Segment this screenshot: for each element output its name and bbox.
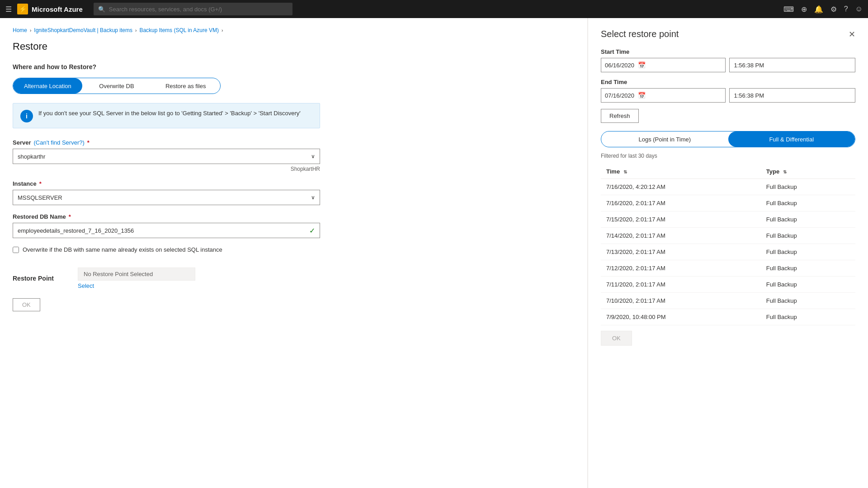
- table-row[interactable]: 7/10/2020, 2:01:17 AM Full Backup: [601, 293, 855, 309]
- row-time: 7/16/2020, 4:20:12 AM: [601, 179, 761, 195]
- end-calendar-icon[interactable]: 📅: [638, 92, 646, 99]
- end-time-field[interactable]: 1:56:38 PM: [729, 88, 856, 103]
- restore-mode-toggle[interactable]: Alternate Location Overwrite DB Restore …: [13, 78, 221, 94]
- section-heading: Where and how to Restore?: [13, 63, 575, 70]
- end-date-value: 07/16/2020: [605, 92, 634, 99]
- breadcrumb-sql[interactable]: Backup Items (SQL in Azure VM): [139, 27, 219, 33]
- instance-required: *: [39, 180, 42, 187]
- top-navigation: ☰ ⚡ Microsoft Azure 🔍 ⌨ ⊕ 🔔 ⚙ ? ☺: [0, 0, 868, 18]
- start-date-field[interactable]: 06/16/2020 📅: [601, 58, 726, 72]
- nav-icons: ⌨ ⊕ 🔔 ⚙ ? ☺: [783, 5, 863, 14]
- restore-point-container: No Restore Point Selected Select: [78, 267, 195, 289]
- server-select[interactable]: shopkarthr ∨: [13, 149, 320, 164]
- instance-label: Instance *: [13, 180, 320, 187]
- search-icon: 🔍: [98, 6, 105, 13]
- breadcrumb-home[interactable]: Home: [13, 27, 27, 33]
- restore-point-label: Restore Point: [13, 275, 67, 282]
- db-name-required: *: [69, 213, 71, 220]
- server-hint: ShopkartHR: [13, 166, 320, 172]
- breadcrumb-vault[interactable]: IgniteShopkartDemoVault | Backup items: [34, 27, 132, 33]
- server-required: *: [87, 139, 90, 146]
- filter-text: Filtered for last 30 days: [601, 153, 855, 159]
- panel-close-button[interactable]: ✕: [849, 30, 855, 38]
- db-name-field-group: Restored DB Name * employeedetails_resto…: [13, 213, 320, 238]
- sep-1: ›: [30, 28, 31, 33]
- page-wrapper: Home › IgniteShopkartDemoVault | Backup …: [0, 18, 868, 488]
- restore-type-tabs[interactable]: Logs (Point in Time) Full & Differential: [601, 131, 855, 147]
- time-sort-icon[interactable]: ⇅: [623, 169, 627, 174]
- row-time: 7/16/2020, 2:01:17 AM: [601, 195, 761, 211]
- start-time-value: 1:56:38 PM: [734, 62, 764, 69]
- row-time: 7/13/2020, 2:01:17 AM: [601, 244, 761, 260]
- end-time-row: End Time 07/16/2020 📅 1:56:38 PM: [601, 79, 855, 103]
- start-time-label: Start Time: [601, 48, 855, 55]
- search-bar[interactable]: 🔍: [94, 3, 292, 15]
- table-row[interactable]: 7/16/2020, 4:20:12 AM Full Backup: [601, 179, 855, 195]
- breadcrumb: Home › IgniteShopkartDemoVault | Backup …: [13, 27, 575, 33]
- table-row[interactable]: 7/16/2020, 2:01:17 AM Full Backup: [601, 195, 855, 211]
- help-icon[interactable]: ?: [844, 5, 848, 13]
- type-sort-icon[interactable]: ⇅: [783, 169, 787, 174]
- restore-select-link[interactable]: Select: [78, 282, 195, 289]
- terminal-icon[interactable]: ⌨: [783, 5, 794, 14]
- notifications-icon[interactable]: 🔔: [814, 5, 823, 14]
- search-input[interactable]: [109, 6, 288, 13]
- row-type: Full Backup: [761, 195, 855, 211]
- table-row[interactable]: 7/9/2020, 10:48:00 PM Full Backup: [601, 309, 855, 325]
- info-box: i If you don't see your SQL Server in th…: [13, 103, 320, 128]
- table-row[interactable]: 7/14/2020, 2:01:17 AM Full Backup: [601, 228, 855, 244]
- panel-ok-button[interactable]: OK: [601, 331, 632, 346]
- start-time-row: Start Time 06/16/2020 📅 1:56:38 PM: [601, 48, 855, 72]
- toggle-overwrite-db[interactable]: Overwrite DB: [82, 78, 151, 94]
- row-time: 7/15/2020, 2:01:17 AM: [601, 211, 761, 228]
- start-calendar-icon[interactable]: 📅: [638, 61, 646, 69]
- col-header-time[interactable]: Time ⇅: [601, 164, 761, 179]
- cant-find-server-link[interactable]: (Can't find Server?): [33, 139, 84, 146]
- row-time: 7/11/2020, 2:01:17 AM: [601, 277, 761, 293]
- toggle-restore-as-files[interactable]: Restore as files: [151, 78, 220, 94]
- row-type: Full Backup: [761, 211, 855, 228]
- end-time-label: End Time: [601, 79, 855, 85]
- settings-icon[interactable]: ⚙: [830, 5, 837, 14]
- sep-3: ›: [222, 28, 223, 33]
- account-icon[interactable]: ☺: [855, 5, 863, 13]
- table-row[interactable]: 7/15/2020, 2:01:17 AM Full Backup: [601, 211, 855, 228]
- info-icon: i: [20, 110, 33, 122]
- row-time: 7/12/2020, 2:01:17 AM: [601, 260, 761, 277]
- table-row[interactable]: 7/12/2020, 2:01:17 AM Full Backup: [601, 260, 855, 277]
- instance-field-group: Instance * MSSQLSERVER ∨: [13, 180, 320, 205]
- feedback-icon[interactable]: ⊕: [801, 5, 807, 14]
- hamburger-menu[interactable]: ☰: [5, 5, 12, 14]
- row-type: Full Backup: [761, 228, 855, 244]
- page-title: Restore: [13, 41, 575, 52]
- instance-value: MSSQLSERVER: [18, 194, 62, 201]
- toggle-alternate-location[interactable]: Alternate Location: [13, 78, 82, 94]
- row-type: Full Backup: [761, 277, 855, 293]
- panel-title: Select restore point: [601, 29, 679, 39]
- restore-point-value: No Restore Point Selected: [78, 267, 195, 281]
- restore-ok-button[interactable]: OK: [13, 298, 40, 311]
- end-time-value: 1:56:38 PM: [734, 92, 764, 99]
- row-type: Full Backup: [761, 260, 855, 277]
- end-date-field[interactable]: 07/16/2020 📅: [601, 88, 726, 103]
- server-field-group: Server (Can't find Server?) * shopkarthr…: [13, 139, 320, 172]
- start-date-value: 06/16/2020: [605, 62, 634, 69]
- tab-logs-point-in-time[interactable]: Logs (Point in Time): [601, 131, 728, 147]
- db-name-field[interactable]: employeedetails_restored_7_16_2020_1356 …: [13, 223, 320, 238]
- brand-logo: ⚡ Microsoft Azure: [17, 4, 83, 14]
- row-time: 7/14/2020, 2:01:17 AM: [601, 228, 761, 244]
- select-restore-point-panel: Select restore point ✕ Start Time 06/16/…: [588, 18, 868, 488]
- tab-full-differential[interactable]: Full & Differential: [728, 131, 855, 147]
- col-header-type[interactable]: Type ⇅: [761, 164, 855, 179]
- row-type: Full Backup: [761, 244, 855, 260]
- refresh-button[interactable]: Refresh: [601, 109, 639, 123]
- table-row[interactable]: 7/13/2020, 2:01:17 AM Full Backup: [601, 244, 855, 260]
- instance-chevron-icon: ∨: [311, 194, 315, 201]
- row-type: Full Backup: [761, 293, 855, 309]
- table-row[interactable]: 7/11/2020, 2:01:17 AM Full Backup: [601, 277, 855, 293]
- start-time-field[interactable]: 1:56:38 PM: [729, 58, 856, 72]
- row-time: 7/9/2020, 10:48:00 PM: [601, 309, 761, 325]
- instance-select[interactable]: MSSQLSERVER ∨: [13, 190, 320, 205]
- overwrite-checkbox[interactable]: [13, 247, 19, 253]
- restore-point-row: Restore Point No Restore Point Selected …: [13, 267, 575, 289]
